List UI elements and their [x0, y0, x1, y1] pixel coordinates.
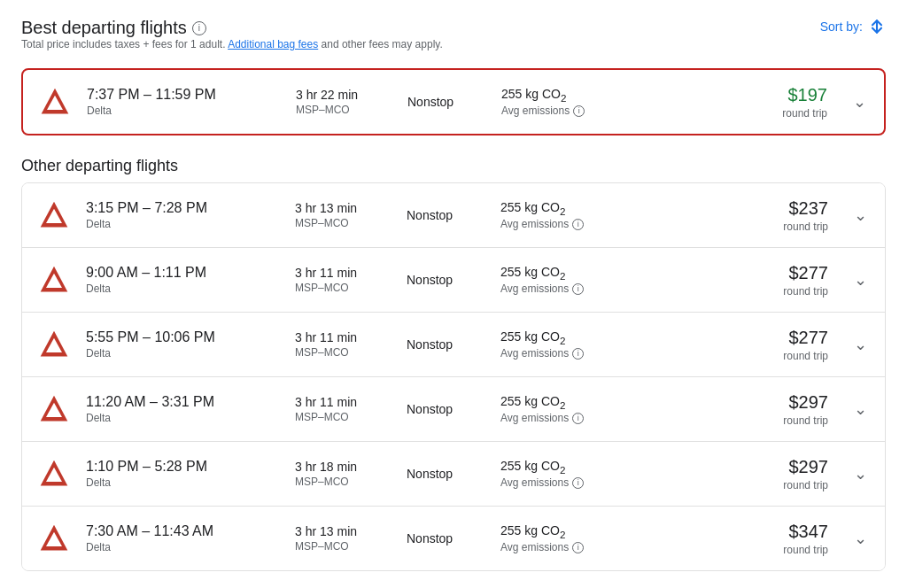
- best-flight-stops-col: Nonstop: [407, 95, 487, 109]
- flight-price: $347: [647, 522, 828, 542]
- chevron-down-icon: ⌄: [854, 399, 867, 419]
- flight-airline: Delta: [86, 218, 281, 230]
- flight-duration: 3 hr 11 min: [295, 330, 392, 344]
- flight-time: 9:00 AM – 1:11 PM: [86, 265, 281, 281]
- flight-time-col: 1:10 PM – 5:28 PM Delta: [86, 459, 281, 489]
- flight-row[interactable]: 11:20 AM – 3:31 PM Delta 3 hr 11 min MSP…: [22, 377, 885, 442]
- flight-price-col: $277 round trip: [647, 328, 835, 362]
- flight-airline: Delta: [86, 347, 281, 360]
- flight-price-note: round trip: [647, 414, 828, 427]
- flight-price-col: $347 round trip: [647, 522, 835, 556]
- flight-expand-button[interactable]: ⌄: [849, 335, 871, 354]
- flight-expand-button[interactable]: ⌄: [849, 464, 871, 484]
- flight-time-col: 9:00 AM – 1:11 PM Delta: [86, 265, 281, 295]
- sort-by-button[interactable]: Sort by:: [820, 18, 886, 35]
- flight-expand-button[interactable]: ⌄: [849, 529, 871, 548]
- info-icon[interactable]: i: [192, 21, 206, 35]
- flight-route: MSP–MCO: [295, 476, 392, 488]
- sort-icon: [868, 18, 886, 35]
- airline-logo: [37, 84, 73, 120]
- best-flight-duration-col: 3 hr 22 min MSP–MCO: [296, 88, 393, 116]
- flight-duration: 3 hr 18 min: [295, 460, 392, 474]
- best-flight-emissions: 255 kg CO2: [501, 87, 634, 104]
- flight-row[interactable]: 7:30 AM – 11:43 AM Delta 3 hr 13 min MSP…: [22, 507, 885, 570]
- flight-route: MSP–MCO: [295, 540, 392, 553]
- flights-list: 3:15 PM – 7:28 PM Delta 3 hr 13 min MSP–…: [21, 182, 886, 571]
- best-flight-card[interactable]: 7:37 PM – 11:59 PM Delta 3 hr 22 min MSP…: [21, 68, 886, 135]
- flight-stops: Nonstop: [407, 208, 486, 222]
- flight-price-note: round trip: [647, 220, 828, 233]
- airline-logo: [36, 391, 72, 427]
- flight-price-note: round trip: [647, 285, 828, 298]
- flight-price-note: round trip: [647, 350, 828, 362]
- flight-price-col: $277 round trip: [647, 263, 835, 298]
- flight-stops: Nonstop: [407, 531, 486, 545]
- flight-price: $297: [647, 457, 828, 477]
- flight-emissions-col: 255 kg CO2 Avg emissions i: [500, 459, 633, 490]
- chevron-down-icon: ⌄: [854, 270, 867, 290]
- airline-logo: [36, 327, 72, 362]
- best-flight-price-col: $197 round trip: [648, 85, 834, 120]
- flight-emissions: 255 kg CO2: [500, 523, 633, 540]
- flight-stops: Nonstop: [407, 402, 486, 416]
- flight-row[interactable]: 3:15 PM – 7:28 PM Delta 3 hr 13 min MSP–…: [22, 183, 885, 248]
- flight-time-col: 5:55 PM – 10:06 PM Delta: [86, 329, 281, 360]
- flight-stops: Nonstop: [407, 273, 486, 287]
- flight-emissions-label: Avg emissions i: [500, 412, 633, 424]
- flight-route: MSP–MCO: [295, 411, 392, 423]
- other-flights-title: Other departing flights: [21, 157, 886, 175]
- flight-emissions-col: 255 kg CO2 Avg emissions i: [500, 523, 633, 554]
- flight-duration-col: 3 hr 13 min MSP–MCO: [295, 201, 392, 229]
- flight-emissions-col: 255 kg CO2 Avg emissions i: [500, 329, 633, 360]
- airline-logo: [36, 197, 72, 233]
- emissions-info-icon[interactable]: i: [572, 477, 584, 489]
- best-flight-airline: Delta: [87, 104, 282, 117]
- flight-emissions-label: Avg emissions i: [500, 541, 633, 553]
- flight-time: 3:15 PM – 7:28 PM: [86, 200, 281, 216]
- emissions-info-icon[interactable]: i: [572, 413, 584, 424]
- flight-time-col: 7:30 AM – 11:43 AM Delta: [86, 523, 281, 553]
- flight-time-col: 3:15 PM – 7:28 PM Delta: [86, 200, 281, 230]
- flight-duration: 3 hr 13 min: [295, 201, 392, 215]
- page-title: Best departing flights i: [21, 18, 443, 38]
- flight-duration-col: 3 hr 18 min MSP–MCO: [295, 460, 392, 488]
- flight-price-col: $237 round trip: [647, 198, 835, 233]
- emissions-info-icon[interactable]: i: [572, 283, 584, 295]
- flight-expand-button[interactable]: ⌄: [849, 399, 871, 419]
- emissions-info-icon[interactable]: i: [573, 105, 585, 117]
- flight-price: $237: [647, 198, 828, 219]
- flight-row[interactable]: 5:55 PM – 10:06 PM Delta 3 hr 11 min MSP…: [22, 313, 885, 377]
- flight-price: $277: [647, 263, 828, 283]
- flight-row[interactable]: 9:00 AM – 1:11 PM Delta 3 hr 11 min MSP–…: [22, 248, 885, 313]
- flight-time: 11:20 AM – 3:31 PM: [86, 394, 281, 410]
- flight-row[interactable]: 1:10 PM – 5:28 PM Delta 3 hr 18 min MSP–…: [22, 442, 885, 507]
- flight-emissions-label: Avg emissions i: [500, 218, 633, 230]
- best-flight-duration: 3 hr 22 min: [296, 88, 393, 102]
- flight-emissions: 255 kg CO2: [500, 200, 633, 217]
- flight-stops-col: Nonstop: [407, 402, 486, 416]
- flight-duration: 3 hr 11 min: [295, 266, 392, 280]
- flight-airline: Delta: [86, 541, 281, 553]
- flight-time-col: 11:20 AM – 3:31 PM Delta: [86, 394, 281, 424]
- bag-fees-link[interactable]: Additional bag fees: [228, 38, 318, 50]
- emissions-info-icon[interactable]: i: [572, 542, 584, 553]
- flight-emissions: 255 kg CO2: [500, 459, 633, 476]
- flight-emissions-label: Avg emissions i: [500, 476, 633, 489]
- flight-stops: Nonstop: [407, 337, 486, 352]
- airline-logo: [36, 456, 72, 491]
- flight-duration-col: 3 hr 13 min MSP–MCO: [295, 524, 392, 553]
- flight-airline: Delta: [86, 412, 281, 424]
- emissions-info-icon[interactable]: i: [572, 219, 584, 230]
- chevron-down-icon: ⌄: [853, 92, 866, 112]
- best-flight-stops: Nonstop: [407, 95, 487, 109]
- flight-route: MSP–MCO: [295, 346, 392, 359]
- flight-airline: Delta: [86, 476, 281, 489]
- flight-expand-button[interactable]: ⌄: [849, 270, 871, 290]
- emissions-info-icon[interactable]: i: [572, 348, 584, 360]
- flight-expand-button[interactable]: ⌄: [849, 205, 871, 225]
- best-flight-expand-button[interactable]: ⌄: [849, 92, 870, 112]
- flight-stops-col: Nonstop: [407, 467, 486, 481]
- flight-emissions-label: Avg emissions i: [500, 347, 633, 360]
- flight-stops: Nonstop: [407, 467, 486, 481]
- best-flight-emissions-label: Avg emissions i: [501, 104, 634, 117]
